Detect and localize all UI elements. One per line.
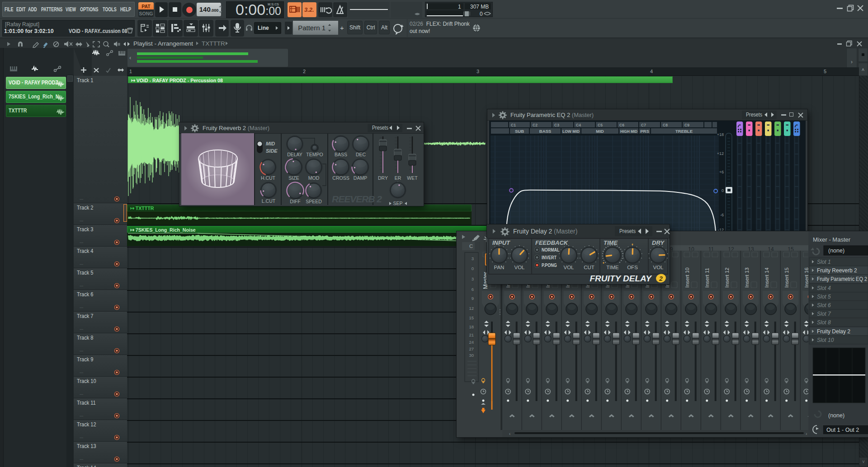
svg-text:PRS: PRS	[640, 129, 649, 134]
svg-text:MOD: MOD	[308, 175, 320, 181]
svg-text:+12: +12	[717, 151, 724, 156]
svg-text:0: 0	[472, 266, 474, 271]
svg-text:3: 3	[472, 256, 474, 261]
svg-text:9: 9	[472, 296, 474, 301]
svg-text:Slot 10: Slot 10	[817, 337, 834, 343]
svg-text:SIZE: SIZE	[288, 175, 299, 181]
svg-text:Fruity Delay 2: Fruity Delay 2	[817, 328, 850, 335]
svg-text:TREBLE: TREBLE	[675, 129, 693, 134]
svg-text:Slot 7: Slot 7	[817, 311, 831, 317]
svg-text:Mixer - Master: Mixer - Master	[813, 236, 851, 243]
svg-text:2: 2	[659, 275, 663, 282]
svg-text:H.CUT: H.CUT	[261, 175, 276, 181]
svg-text:INVERT: INVERT	[542, 255, 557, 260]
svg-text:Insert 11: Insert 11	[704, 268, 710, 288]
svg-text:Out 1 - Out 2: Out 1 - Out 2	[826, 427, 859, 433]
svg-text:15: 15	[469, 315, 474, 320]
svg-text:DRY: DRY	[378, 175, 388, 181]
svg-text:DIFF: DIFF	[290, 199, 300, 204]
svg-text:Slot 6: Slot 6	[817, 302, 831, 308]
svg-text:C4: C4	[576, 123, 581, 127]
svg-text:C7: C7	[641, 123, 646, 127]
svg-text:FEEDBACK: FEEDBACK	[535, 239, 569, 246]
svg-text:Fruity Reeverb 2: Fruity Reeverb 2	[817, 267, 857, 274]
svg-text:27: 27	[469, 346, 474, 351]
svg-text:ER: ER	[395, 175, 401, 181]
svg-text:Slot 5: Slot 5	[817, 294, 831, 300]
svg-text:Insert 10: Insert 10	[684, 267, 690, 288]
svg-text:21: 21	[469, 332, 474, 337]
svg-text:P.PONG: P.PONG	[542, 262, 557, 268]
svg-text:C2: C2	[533, 123, 538, 127]
svg-text:0: 0	[722, 188, 724, 193]
svg-text:TEMPO: TEMPO	[306, 152, 323, 157]
svg-text:VOL: VOL	[563, 265, 574, 270]
svg-text:12: 12	[469, 306, 474, 311]
svg-text:24: 24	[469, 340, 474, 345]
svg-text:WET: WET	[407, 175, 418, 181]
svg-text:6: 6	[472, 287, 474, 292]
svg-text:SEP: SEP	[393, 201, 402, 206]
svg-text:DAMP: DAMP	[354, 175, 367, 181]
svg-text:30: 30	[469, 353, 474, 358]
svg-text:C5: C5	[598, 123, 603, 127]
svg-text:REEVERB 2: REEVERB 2	[332, 194, 382, 204]
svg-text:DEC: DEC	[356, 152, 366, 157]
svg-text:Slot 8: Slot 8	[817, 319, 831, 326]
svg-text:FRUITY DELAY: FRUITY DELAY	[590, 274, 652, 283]
svg-text:Insert 15: Insert 15	[784, 267, 789, 288]
svg-text:Slot 1: Slot 1	[817, 259, 831, 265]
svg-text:(none): (none)	[828, 412, 844, 419]
svg-text:BASS: BASS	[539, 129, 551, 134]
svg-text:Fruity Parametric EQ 2: Fruity Parametric EQ 2	[817, 276, 867, 282]
svg-text:CROSS: CROSS	[332, 175, 349, 181]
svg-text:VOL: VOL	[653, 265, 664, 270]
svg-text:MID: MID	[596, 129, 604, 134]
svg-text:VOL: VOL	[514, 265, 525, 270]
svg-text:SUB: SUB	[515, 129, 524, 134]
svg-text:-6: -6	[720, 213, 724, 217]
svg-text:C8: C8	[663, 123, 668, 127]
svg-text:+6: +6	[719, 170, 724, 174]
svg-text:‹: ‹	[509, 431, 510, 436]
svg-text:DELAY: DELAY	[287, 152, 302, 157]
svg-text:L.CUT: L.CUT	[262, 198, 276, 204]
svg-text:CUT: CUT	[584, 265, 594, 270]
svg-text:›: ›	[806, 431, 807, 436]
svg-text:C6: C6	[619, 123, 624, 127]
svg-text:BASS: BASS	[335, 152, 347, 157]
svg-text:OFS: OFS	[627, 265, 638, 270]
svg-text:LOW MID: LOW MID	[562, 129, 580, 134]
svg-text:Insert 12: Insert 12	[724, 267, 730, 288]
svg-text:C: C	[469, 243, 473, 249]
svg-text:PAN: PAN	[494, 265, 505, 270]
svg-text:DRY: DRY	[652, 239, 665, 246]
svg-text:Insert 13: Insert 13	[744, 267, 750, 288]
svg-text:+18: +18	[717, 132, 724, 137]
svg-text:TIME: TIME	[606, 265, 619, 270]
svg-text:NORMAL: NORMAL	[542, 247, 560, 252]
svg-text:18: 18	[469, 324, 474, 329]
svg-text:3: 3	[472, 276, 474, 281]
svg-text:SPEED: SPEED	[306, 199, 322, 204]
svg-text:(none): (none)	[828, 248, 844, 254]
svg-text:C9: C9	[684, 123, 689, 127]
svg-text:INPUT: INPUT	[492, 239, 510, 246]
svg-text:Slot 4: Slot 4	[817, 285, 831, 291]
svg-text:Insert 14: Insert 14	[764, 267, 769, 288]
svg-text:C1: C1	[511, 123, 516, 127]
svg-text:SIDE: SIDE	[266, 148, 278, 154]
svg-text:MID: MID	[266, 141, 275, 146]
svg-text:C3: C3	[554, 123, 559, 127]
svg-text:HIGH MID: HIGH MID	[620, 129, 637, 134]
